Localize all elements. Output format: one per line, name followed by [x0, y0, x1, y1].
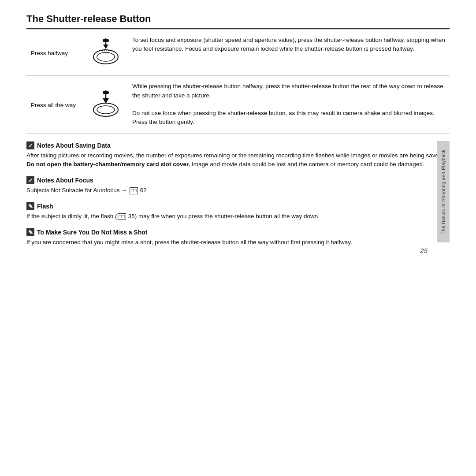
page-title: The Shutter-release Button	[26, 13, 450, 29]
notes-focus-title: Notes About Focus	[37, 177, 93, 184]
svg-point-7	[97, 106, 115, 114]
notes-focus: Notes About Focus Subjects Not Suitable …	[26, 176, 450, 195]
notes-miss-shot: To Make Sure You Do Not Miss a Shot If y…	[26, 228, 450, 247]
page-number: 25	[420, 247, 428, 254]
svg-marker-4	[103, 45, 108, 49]
notes-saving-data: Notes About Saving Data After taking pic…	[26, 141, 450, 170]
ref-box-2: □□	[118, 213, 126, 220]
notes-miss-shot-body: If you are concerned that you might miss…	[26, 238, 450, 247]
press-allway-desc: While pressing the shutter-release butto…	[128, 76, 450, 133]
svg-point-1	[97, 52, 115, 61]
notes-miss-shot-title: To Make Sure You Do Not Miss a Shot	[37, 229, 147, 236]
pencil-icon	[26, 202, 34, 210]
pencil-icon-2	[26, 228, 34, 236]
press-halfway-icon	[84, 30, 128, 76]
ref-box: □□	[130, 187, 138, 194]
side-tab: The Basics of Shooting and Playback	[437, 141, 450, 242]
notes-saving-data-heading: Notes About Saving Data	[26, 141, 450, 149]
press-halfway-label: Press halfway	[26, 30, 84, 76]
notes-flash-body: If the subject is dimly lit, the flash (…	[26, 212, 450, 221]
check-icon-2	[26, 176, 34, 184]
notes-flash-heading: Flash	[26, 202, 450, 210]
side-tab-label: The Basics of Shooting and Playback	[441, 149, 446, 234]
svg-marker-10	[103, 98, 109, 104]
table-row: Press halfway	[26, 30, 450, 76]
press-halfway-desc: To set focus and exposure (shutter speed…	[128, 30, 450, 76]
notes-miss-shot-heading: To Make Sure You Do Not Miss a Shot	[26, 228, 450, 236]
notes-focus-body: Subjects Not Suitable for Autofocus → □□…	[26, 186, 450, 195]
press-allway-desc-2: Do not use force when pressing the shutt…	[132, 110, 435, 125]
shutter-table: Press halfway	[26, 29, 450, 134]
notes-flash-title: Flash	[37, 203, 53, 210]
press-allway-desc-1: While pressing the shutter-release butto…	[132, 83, 443, 98]
notes-flash: Flash If the subject is dimly lit, the f…	[26, 202, 450, 221]
notes-saving-data-title: Notes About Saving Data	[37, 142, 111, 149]
check-icon	[26, 141, 34, 149]
press-allway-icon	[84, 76, 128, 133]
press-allway-label: Press all the way	[26, 76, 84, 133]
notes-focus-heading: Notes About Focus	[26, 176, 450, 184]
table-row: Press all the way While pressing the	[26, 76, 450, 133]
notes-saving-data-body: After taking pictures or recording movie…	[26, 151, 450, 170]
